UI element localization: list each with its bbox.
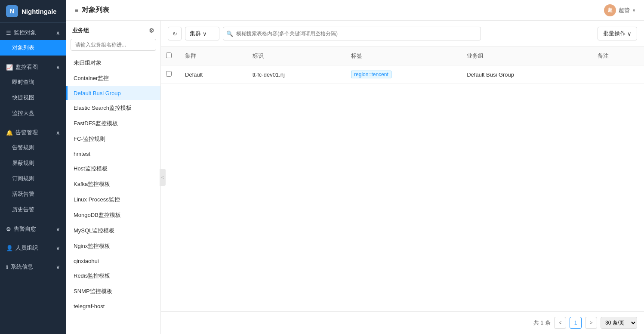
chevron-down-icon: ∨ — [56, 245, 60, 251]
row-remark — [591, 65, 644, 84]
page-1-button[interactable]: 1 — [570, 317, 582, 329]
user-menu[interactable]: 超 超管 ∨ — [604, 4, 635, 16]
batch-chevron-down-icon: ∨ — [627, 31, 632, 37]
biz-title: 业务组 — [72, 27, 89, 34]
table-row: Default tt-fc-dev01.nj region=tencent De… — [161, 65, 644, 84]
chevron-down-icon: ∨ — [56, 264, 60, 270]
next-page-button[interactable]: > — [585, 317, 597, 329]
title-list-icon: ≡ — [75, 7, 78, 14]
nav-group-label: 监控看图 — [15, 63, 38, 71]
nav-group-alert-self[interactable]: ⚙ 告警自愈 ∨ — [0, 221, 66, 236]
biz-item-mysql[interactable]: MySQL监控模板 — [66, 223, 160, 238]
chevron-up-icon: ∧ — [56, 30, 60, 36]
biz-search-input[interactable] — [71, 39, 156, 51]
biz-item-redis[interactable]: Redis监控模板 — [66, 268, 160, 284]
chart-icon: 📈 — [6, 64, 13, 71]
biz-item-ungrouped[interactable]: 未归组对象 — [66, 55, 160, 71]
prev-page-button[interactable]: < — [554, 317, 566, 329]
refresh-button[interactable]: ↻ — [168, 27, 182, 40]
search-wrap: 🔍 — [223, 27, 481, 40]
biz-item-default-busi[interactable]: Default Busi Group — [66, 86, 160, 100]
main-sidebar: N Nightingale ☰ 监控对象 ∧ 对象列表 📈 监控看图 ∧ 即时查… — [0, 0, 66, 334]
row-tags: region=tencent — [344, 65, 460, 84]
nav-group-alert-mgmt[interactable]: 🔔 告警管理 ∧ — [0, 124, 66, 140]
sidebar-item-silence-rules[interactable]: 屏蔽规则 — [0, 155, 66, 171]
table-search-input[interactable] — [223, 27, 481, 40]
nav-section-monitoring: ☰ 监控对象 ∧ 对象列表 — [0, 23, 66, 57]
row-checkbox[interactable] — [166, 71, 172, 77]
chevron-up-icon: ∧ — [56, 64, 60, 71]
objects-table: 集群 标识 标签 业务组 备注 — [161, 47, 644, 84]
settings-icon[interactable]: ⚙ — [149, 27, 154, 34]
biz-search-area — [66, 39, 160, 55]
tag-badge[interactable]: region=tencent — [351, 71, 391, 78]
user-name: 超管 — [619, 6, 630, 14]
th-cluster: 集群 — [178, 47, 246, 65]
nav-group-label: 监控对象 — [14, 29, 36, 37]
alert-icon: 🔔 — [6, 130, 13, 136]
nav-section-alert-self: ⚙ 告警自愈 ∨ — [0, 219, 66, 238]
row-checkbox-cell — [161, 65, 178, 84]
biz-item-elastic[interactable]: Elastic Search监控模板 — [66, 100, 160, 116]
th-checkbox — [161, 47, 178, 65]
sidebar-item-alert-rules[interactable]: 告警规则 — [0, 140, 66, 155]
biz-item-kafka[interactable]: Kafka监控模板 — [66, 176, 160, 192]
topbar: ≡ 对象列表 超 超管 ∨ — [66, 0, 644, 21]
sidebar-item-object-list[interactable]: 对象列表 — [0, 40, 66, 56]
content-area: 业务组 ⚙ 未归组对象 Container监控 Default Busi Gro… — [66, 21, 644, 334]
nav-section-alert-mgmt: 🔔 告警管理 ∧ 告警规则 屏蔽规则 订阅规则 活跃告警 历史告警 — [0, 123, 66, 219]
biz-item-fc-rules[interactable]: FC-监控规则 — [66, 131, 160, 147]
batch-label: 批量操作 — [603, 30, 626, 37]
next-icon: > — [589, 320, 592, 326]
avatar: 超 — [604, 4, 616, 16]
chevron-up-icon: ∧ — [56, 130, 60, 136]
cluster-select[interactable]: 集群 ∨ — [185, 27, 219, 40]
biz-group-list: 未归组对象 Container监控 Default Busi Group Ela… — [66, 55, 160, 334]
collapse-icon: < — [161, 175, 164, 180]
sidebar-item-dashboard[interactable]: 监控大盘 — [0, 105, 66, 121]
cluster-label: 集群 — [190, 30, 201, 37]
total-info: 共 1 条 — [533, 319, 551, 327]
biz-item-linux-process[interactable]: Linux Process监控 — [66, 192, 160, 207]
nav-group-personnel[interactable]: 👤 人员组织 ∨ — [0, 240, 66, 255]
nav-group-label: 系统信息 — [11, 263, 33, 271]
batch-operation-button[interactable]: 批量操作 ∨ — [598, 27, 637, 40]
pagination: 共 1 条 < 1 > 30 条/页 50 条/页 100 条/页 — [161, 311, 644, 334]
info-icon: ℹ — [6, 264, 8, 270]
table-area: ↻ 集群 ∨ 🔍 批量操作 ∨ — [161, 21, 644, 334]
th-ident: 标识 — [246, 47, 344, 65]
app-logo: N Nightingale — [0, 0, 66, 23]
page-size-select[interactable]: 30 条/页 50 条/页 100 条/页 — [601, 317, 637, 329]
biz-header: 业务组 ⚙ — [66, 21, 160, 39]
nav-section-system: ℹ 系统信息 ∨ — [0, 257, 66, 276]
biz-item-hmtest[interactable]: hmtest — [66, 147, 160, 161]
nav-group-monitoring[interactable]: ☰ 监控对象 ∧ — [0, 25, 66, 40]
nav-group-label: 告警管理 — [15, 129, 38, 136]
sidebar-item-quick-view[interactable]: 快捷视图 — [0, 90, 66, 105]
page-title: 对象列表 — [82, 6, 109, 15]
nav-group-system[interactable]: ℹ 系统信息 ∨ — [0, 259, 66, 274]
nav-group-monitor-view[interactable]: 📈 监控看图 ∧ — [0, 59, 66, 74]
th-remark: 备注 — [591, 47, 644, 65]
biz-item-telegraf[interactable]: telegraf-host — [66, 299, 160, 313]
biz-item-snmp[interactable]: SNMP监控模板 — [66, 284, 160, 299]
biz-item-mongodb[interactable]: MongoDB监控模板 — [66, 207, 160, 223]
biz-item-nginx[interactable]: Nginx监控模板 — [66, 238, 160, 254]
sidebar-item-history-alerts[interactable]: 历史告警 — [0, 202, 66, 217]
row-ident[interactable]: tt-fc-dev01.nj — [246, 65, 344, 84]
biz-item-container[interactable]: Container监控 — [66, 71, 160, 86]
biz-item-host[interactable]: Host监控模板 — [66, 161, 160, 176]
logo-icon: N — [6, 5, 18, 17]
self-heal-icon: ⚙ — [6, 226, 11, 232]
select-all-checkbox[interactable] — [166, 53, 172, 58]
biz-item-fastdfs[interactable]: FastDFS监控模板 — [66, 116, 160, 131]
th-biz-group: 业务组 — [460, 47, 591, 65]
sidebar-item-realtime[interactable]: 即时查询 — [0, 74, 66, 90]
search-icon: 🔍 — [226, 31, 233, 37]
sidebar-item-subscribe-rules[interactable]: 订阅规则 — [0, 171, 66, 186]
collapse-handle[interactable]: < — [160, 169, 166, 186]
nav-group-label: 人员组织 — [15, 244, 38, 252]
sidebar-item-active-alerts[interactable]: 活跃告警 — [0, 186, 66, 202]
row-cluster: Default — [178, 65, 246, 84]
biz-item-qinxiaohui[interactable]: qinxiaohui — [66, 254, 160, 268]
